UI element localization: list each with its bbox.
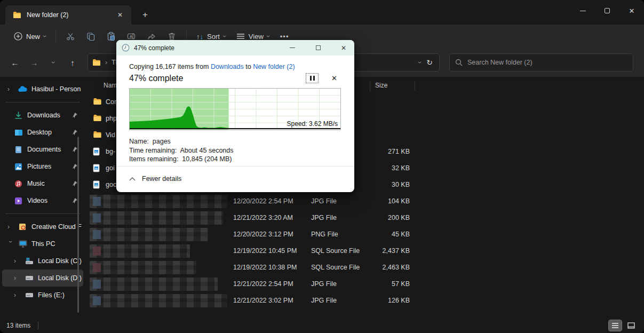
recent-locations-button[interactable]: ›: [45, 54, 62, 71]
file-date: 12/19/2022 10:38 PM: [233, 264, 297, 271]
sidebar-item-desktop[interactable]: Desktop: [2, 124, 83, 141]
dialog-minimize-button[interactable]: [282, 40, 303, 56]
items-remaining-value: 10,845 (204 MB): [182, 155, 232, 163]
file-date: 12/21/2022 3:20 AM: [233, 214, 293, 221]
drive-d-icon: [25, 274, 34, 283]
chevron-down-icon[interactable]: ›: [7, 241, 14, 247]
file-date: 12/20/2022 2:54 PM: [233, 197, 293, 205]
sidebar-item-label: This PC: [31, 240, 55, 248]
up-button[interactable]: ↑: [64, 54, 81, 71]
file-type: SQL Source File: [311, 247, 360, 255]
destination-folder-link[interactable]: New folder (2): [253, 63, 295, 70]
chevron-right-icon[interactable]: ›: [7, 85, 14, 93]
window-minimize-button[interactable]: [570, 0, 595, 21]
file-row[interactable]: 12/21/2022 3:20 AM JPG File 200 KB: [85, 210, 644, 226]
tab-close-icon[interactable]: ✕: [114, 9, 126, 21]
file-row[interactable]: 12/20/2022 3:12 PM PNG File 45 KB: [85, 226, 644, 243]
transfer-speed-graph: Speed: 3.62 MB/s: [129, 88, 341, 130]
sidebar-item-files-e[interactable]: › Files (E:): [2, 287, 83, 304]
address-dropdown-icon[interactable]: ›: [416, 61, 424, 64]
file-row[interactable]: 12/21/2022 3:02 PM JPG File 126 KB: [85, 292, 644, 309]
dialog-close-button[interactable]: ✕: [333, 40, 354, 56]
file-row[interactable]: 12/19/2022 10:38 PM SQL Source File 2,46…: [85, 259, 644, 276]
chevron-right-icon[interactable]: ›: [14, 257, 20, 265]
back-button[interactable]: ←: [6, 54, 23, 71]
redacted-file-name: [90, 195, 227, 208]
large-icons-view-toggle[interactable]: [625, 320, 638, 331]
drive-e-icon: [25, 291, 34, 300]
sidebar-item-local-disk-d[interactable]: › Local Disk (D:): [2, 269, 83, 287]
tab-new-folder-2[interactable]: New folder (2) ✕: [5, 5, 131, 25]
chevron-up-icon: [129, 177, 136, 181]
sidebar-item-label: Desktop: [27, 129, 52, 136]
sidebar-item-onedrive[interactable]: › Hasibul - Person: [2, 81, 83, 98]
column-header-size[interactable]: Size: [375, 82, 387, 89]
search-box[interactable]: [449, 53, 633, 72]
sidebar-item-videos[interactable]: Videos: [2, 192, 83, 209]
redacted-file-name: [90, 228, 208, 241]
details-view-icon: [611, 322, 619, 329]
sidebar-item-documents[interactable]: Documents: [2, 141, 83, 158]
sidebar-item-music[interactable]: Music: [2, 175, 83, 192]
fewer-details-button[interactable]: Fewer details: [129, 175, 181, 183]
sidebar-scrollbar[interactable]: [77, 137, 79, 313]
sidebar-item-downloads[interactable]: Downloads: [2, 107, 83, 124]
refresh-button[interactable]: ↻: [426, 58, 433, 67]
dialog-title-bar: 47% complete ✕: [116, 40, 354, 56]
file-name: Vid: [106, 131, 115, 139]
sidebar-item-this-pc[interactable]: › This PC: [2, 235, 83, 252]
file-name: Cor: [106, 98, 116, 106]
svg-text:A: A: [130, 34, 132, 39]
file-size: 45 KB: [367, 231, 410, 238]
file-type: JPG File: [311, 214, 337, 221]
search-input[interactable]: [467, 59, 627, 66]
dialog-title: 47% complete: [134, 44, 277, 52]
window-maximize-button[interactable]: [595, 0, 619, 21]
sidebar-item-label: Pictures: [27, 163, 51, 170]
file-size: 200 KB: [367, 214, 410, 221]
file-size: 32 KB: [367, 164, 410, 172]
copy-button[interactable]: [81, 28, 101, 44]
source-folder-link[interactable]: Downloads: [211, 63, 244, 70]
chevron-right-icon[interactable]: ›: [7, 223, 14, 231]
redacted-file-name: [90, 261, 196, 274]
sidebar-item-local-disk-c[interactable]: › Local Disk (C:): [2, 252, 83, 269]
dialog-body: Copying 16,167 items from Downloads to N…: [116, 56, 354, 164]
folder-icon: [13, 11, 21, 19]
new-button[interactable]: New ›: [9, 29, 51, 44]
image-file-icon: [93, 147, 102, 156]
sidebar-item-label: Videos: [27, 197, 47, 204]
sidebar-divider: [5, 102, 80, 102]
new-tab-button[interactable]: +: [138, 7, 153, 22]
window-close-button[interactable]: ✕: [619, 0, 644, 21]
file-name: php: [106, 115, 117, 122]
sidebar-item-label: Documents: [27, 146, 61, 153]
file-row[interactable]: 12/19/2022 10:45 PM SQL Source File 2,43…: [85, 243, 644, 259]
chevron-right-icon[interactable]: ›: [14, 274, 20, 282]
details-view-toggle[interactable]: [609, 320, 622, 331]
chevron-down-icon: ›: [221, 35, 228, 37]
chevron-down-icon: ›: [265, 35, 272, 37]
sidebar-item-pictures[interactable]: Pictures: [2, 158, 83, 175]
plus-circle-icon: [14, 32, 22, 41]
cut-button[interactable]: [60, 28, 81, 44]
sidebar-item-creative-cloud[interactable]: › Creative Cloud F: [2, 218, 83, 235]
ellipsis-icon: •••: [280, 33, 289, 41]
column-separator[interactable]: [415, 81, 415, 91]
tab-title: New folder (2): [27, 11, 109, 19]
cancel-copy-button[interactable]: ✕: [331, 74, 337, 82]
scissors-icon: [66, 31, 75, 41]
file-row[interactable]: 12/20/2022 2:54 PM JPG File 104 KB: [85, 193, 644, 210]
redacted-file-name: [90, 294, 227, 307]
pause-button[interactable]: [306, 73, 319, 83]
chevron-right-icon[interactable]: ›: [14, 291, 20, 299]
forward-button[interactable]: →: [26, 54, 43, 71]
folder-icon: [92, 59, 101, 66]
column-separator[interactable]: [370, 81, 370, 91]
name-label: Name:: [129, 138, 149, 145]
view-button-label: View: [249, 33, 264, 41]
dialog-maximize-button[interactable]: [307, 40, 329, 56]
file-row[interactable]: 12/21/2022 2:54 PM JPG File 57 KB: [85, 276, 644, 292]
file-type: JPG File: [311, 197, 337, 205]
name-value: pages: [153, 138, 171, 145]
